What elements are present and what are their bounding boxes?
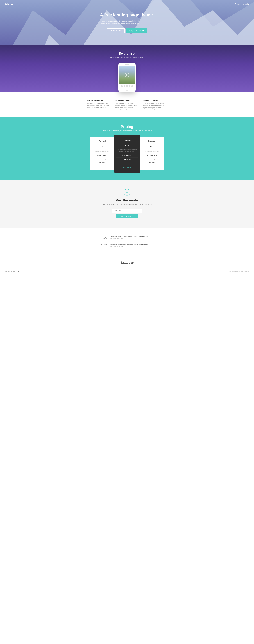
phone-speaker [125, 64, 129, 65]
pricing-card-3: Personal $5/m 2 row section for you pack… [139, 138, 164, 170]
footer-social: 𝕣 𝔅 ◯ [16, 270, 21, 272]
phone-icon-5 [131, 85, 133, 87]
feature-bar-3 [143, 98, 151, 98]
card-1-feature-2: 10GB Storage [92, 157, 113, 161]
card-3-desc: 2 row section for you package informatio… [141, 149, 162, 152]
phone-screen [120, 66, 134, 84]
invite-subtitle: Lorem ipsum dolor sit amet, consectetur … [5, 204, 249, 205]
phone-icon-4 [129, 85, 130, 87]
press-section: TC Lorem ipsum dolor sit amet, consectet… [0, 228, 254, 258]
footer: Connect with us on 𝕣 𝔅 ◯ Copyright © 201… [0, 268, 254, 275]
twitter-icon[interactable]: 𝕣 [16, 270, 17, 272]
phone [119, 62, 135, 92]
feature-bar-2 [115, 98, 123, 98]
card-3-title: Personal [141, 140, 162, 142]
feature-title-3: App Feature One Here [143, 100, 167, 101]
invite-title: Get the invite [5, 198, 249, 202]
footer-copyright: Copyright © 2015 All Rights Reserved [229, 270, 249, 272]
card-3-price: $5/m [141, 143, 162, 148]
card-1-title: Personal [92, 140, 113, 142]
request-invite-button[interactable]: REQUEST INVITE [127, 28, 147, 33]
hero-content: A free landing page theme. Lorem ipsum d… [100, 12, 154, 33]
feature-desc-2: Lorem ipsum dolor sit amet, consectetur … [115, 102, 139, 110]
card-2-title: Personal [116, 139, 138, 141]
features-grid: App Feature One Here Lorem ipsum dolor s… [87, 96, 167, 110]
phone-mockup [5, 62, 249, 92]
card-2-feature-3: Other info [116, 161, 138, 165]
card-1-price: $5/m [92, 143, 113, 148]
hero-subtitle: Lorem ipsum dolor sit amet, consectetur … [100, 20, 140, 25]
forbes-logo: Forbes [99, 243, 107, 246]
press-item-2: Forbes Lorem ipsum dolor sit amet, conse… [99, 243, 155, 247]
feature-bar-1 [87, 98, 95, 98]
hero-buttons: LEARN MORE REQUEST INVITE [100, 28, 154, 33]
card-1-feature-3: Other info [92, 161, 113, 164]
press-item-1: TC Lorem ipsum dolor sit amet, consectet… [99, 236, 155, 240]
feature-desc-3: Lorem ipsum dolor sit amet, consectetur … [143, 102, 167, 110]
phone-icon-2 [124, 85, 125, 87]
pricing-subtitle: Lorem ipsum dolor sit amet, consectetur … [4, 130, 250, 132]
footer-brand: مستقل.com [0, 261, 254, 264]
footer-brand-sub: mostaqel.com [0, 265, 254, 266]
pricing-title: Pricing [4, 124, 250, 129]
card-3-feature-1: Up To 25 Projects [141, 154, 162, 157]
nav-pricing[interactable]: Pricing [235, 3, 240, 5]
invite-section: ✉ Get the invite Lorem ipsum dolor sit a… [0, 180, 254, 228]
feature-title-2: App Feature One Here [115, 100, 139, 101]
hero-title: A free landing page theme. [100, 12, 154, 18]
card-2-desc: 2 row section for vOu package informatio… [116, 149, 138, 152]
card-2-feature-2: 10GB Storage [116, 157, 138, 161]
nav-links: Pricing Sign In [232, 3, 249, 5]
card-3-cta[interactable]: GET STARTED [147, 166, 156, 168]
card-3-feature-2: 10GB Storage [141, 157, 162, 161]
press-text-1: Lorem ipsum dolor sit amet, consectetur … [110, 236, 148, 240]
phone-icon-3 [126, 85, 128, 87]
be-first-title: Be the first [5, 52, 249, 56]
be-first-subtitle: Lorem ipsum dolor sit amet, consectetur … [5, 57, 249, 58]
feature-desc-1: Lorem ipsum dolor sit amet, consectetur … [87, 102, 111, 110]
phone-home-button[interactable] [126, 88, 128, 91]
invite-form: REQUEST INVITE [5, 208, 249, 218]
nav-signin[interactable]: Sign In [244, 3, 249, 5]
request-invite-button[interactable]: REQUEST INVITE [116, 214, 138, 218]
card-1-cta[interactable]: GET STARTED [98, 166, 107, 168]
phone-bottom-icons [120, 85, 134, 87]
card-3-feature-3: Other info [141, 161, 162, 164]
card-1-desc: 2 row section for you package informatio… [92, 149, 113, 152]
nav-logo: SN◦W [5, 2, 13, 6]
connect-label: Connect with us on [5, 270, 15, 272]
scroll-icon: ⌄ [126, 40, 128, 43]
card-2-cta[interactable]: GET STARTED [122, 167, 132, 168]
pricing-cards: Personal $5/m 2 row section for you pack… [90, 136, 164, 172]
play-button[interactable] [125, 73, 129, 78]
learn-more-button[interactable]: LEARN MORE [107, 28, 125, 33]
play-icon [126, 74, 128, 76]
pricing-card-2: Personal $5/m 2 row section for vOu pack… [114, 135, 140, 173]
feature-item-1: App Feature One Here Lorem ipsum dolor s… [87, 96, 111, 110]
footer-brand-area: مستقل.com mostaqel.com [0, 258, 254, 268]
pricing-section: Pricing Lorem ipsum dolor sit amet, cons… [0, 117, 254, 180]
progress-bar [123, 83, 131, 83]
navbar: SN◦W Pricing Sign In [0, 0, 254, 8]
card-2-feature-1: Up To 25 Projects [116, 154, 138, 157]
feature-title-1: App Feature One Here [87, 100, 111, 101]
invite-icon: ✉ [124, 189, 130, 196]
instagram-icon[interactable]: ◯ [20, 270, 21, 272]
phone-icon-1 [121, 85, 123, 87]
feature-item-3: App Feature One Here Lorem ipsum dolor s… [143, 96, 167, 110]
card-1-feature-1: Up To 25 Projects [92, 154, 113, 157]
techcrunch-logo: TC [99, 236, 107, 240]
be-first-section: Be the first Lorem ipsum dolor sit amet,… [0, 45, 254, 92]
email-input[interactable] [112, 208, 142, 213]
press-text-2: Lorem ipsum dolor sit amet, consectetur … [110, 243, 148, 247]
facebook-icon[interactable]: 𝔅 [18, 270, 19, 272]
pricing-card-1: Personal $5/m 2 row section for you pack… [90, 138, 115, 170]
feature-item-2: App Feature One Here Lorem ipsum dolor s… [115, 96, 139, 110]
card-2-price: $5/m [116, 143, 138, 147]
footer-left: Connect with us on 𝕣 𝔅 ◯ [5, 270, 21, 272]
